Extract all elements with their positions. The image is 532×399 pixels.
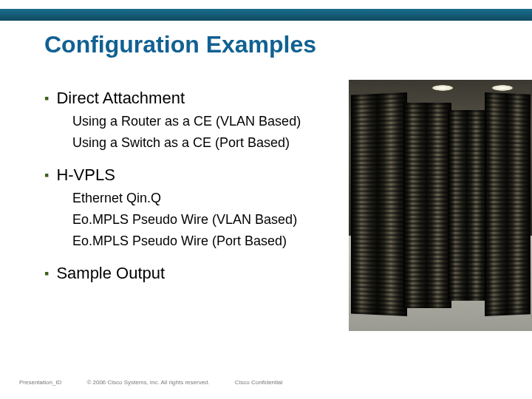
ceiling-light-icon [432, 85, 454, 91]
footer-copyright: © 2006 Cisco Systems, Inc. All rights re… [86, 379, 209, 386]
section-head: ▪ Sample Output [44, 264, 355, 283]
top-accent-bar [0, 9, 532, 21]
section-direct-attachment: ▪ Direct Attachment Using a Router as a … [44, 89, 355, 151]
subitem: Eo.MPLS Pseudo Wire (Port Based) [72, 233, 355, 249]
slide-title: Configuration Examples [44, 31, 316, 58]
server-rack [403, 103, 451, 309]
footer-confidential: Cisco Confidential [235, 379, 282, 386]
section-head-text: Sample Output [56, 264, 165, 283]
bullet-icon: ▪ [44, 267, 49, 280]
section-head-text: Direct Attachment [56, 89, 185, 108]
section-head-text: H-VPLS [56, 166, 115, 185]
subitems: Using a Router as a CE (VLAN Based) Usin… [72, 114, 355, 151]
server-rack [485, 92, 531, 316]
datacenter-image [349, 80, 532, 331]
subitem: Using a Router as a CE (VLAN Based) [72, 114, 355, 129]
bullet-icon: ▪ [44, 92, 49, 105]
subitem: Using a Switch as a CE (Port Based) [72, 135, 355, 151]
bullet-icon: ▪ [44, 168, 49, 182]
footer: Presentation_ID © 2006 Cisco Systems, In… [19, 379, 513, 386]
slide: Configuration Examples ▪ Direct Attachme… [0, 0, 532, 399]
footer-presentation-id: Presentation_ID [19, 379, 61, 386]
subitems: Ethernet Qin.Q Eo.MPLS Pseudo Wire (VLAN… [72, 191, 355, 249]
subitem: Eo.MPLS Pseudo Wire (VLAN Based) [72, 212, 355, 228]
server-rack [351, 92, 407, 316]
section-sample-output: ▪ Sample Output [44, 264, 355, 283]
ceiling-light-icon [491, 85, 514, 91]
content-area: ▪ Direct Attachment Using a Router as a … [44, 89, 355, 298]
section-h-vpls: ▪ H-VPLS Ethernet Qin.Q Eo.MPLS Pseudo W… [44, 166, 355, 249]
server-rack [448, 110, 488, 301]
section-head: ▪ Direct Attachment [44, 89, 355, 108]
section-head: ▪ H-VPLS [44, 166, 355, 185]
subitem: Ethernet Qin.Q [72, 191, 355, 206]
